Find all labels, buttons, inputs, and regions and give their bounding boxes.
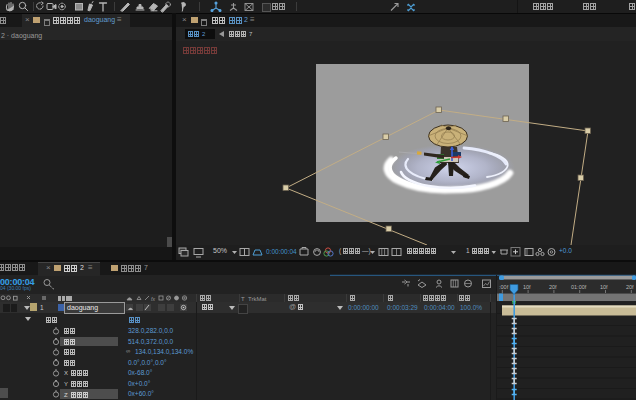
svg-text:20f: 20f: [549, 284, 557, 290]
svg-text::00f: :00f: [499, 284, 509, 290]
svg-text:20f: 20f: [626, 284, 634, 290]
svg-text:10f: 10f: [523, 284, 531, 290]
svg-text:fx: fx: [151, 296, 155, 302]
svg-text:01:00f: 01:00f: [571, 284, 587, 290]
svg-text:10f: 10f: [600, 284, 608, 290]
